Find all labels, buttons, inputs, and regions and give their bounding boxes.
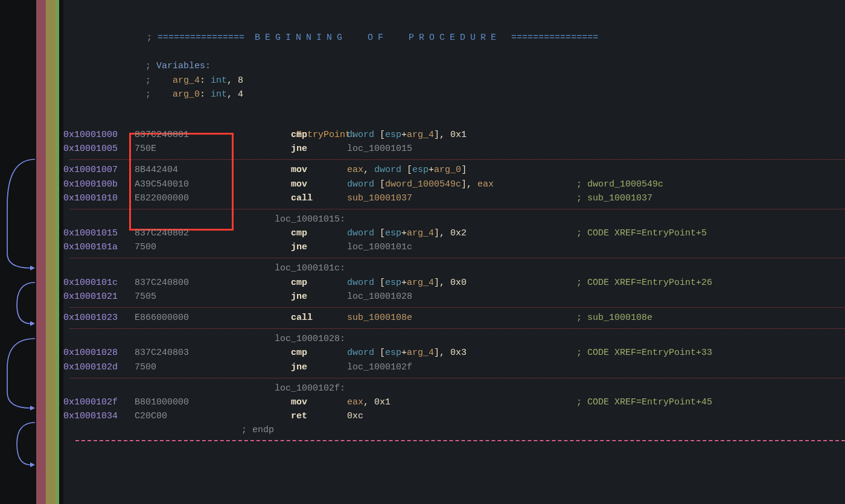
asm-line[interactable]: 0x1000101a7500 jneloc_1000101c bbox=[63, 240, 845, 254]
label[interactable]: loc_1000102f: bbox=[63, 381, 845, 395]
label[interactable]: loc_1000101c: bbox=[63, 261, 845, 275]
svg-marker-3 bbox=[30, 462, 35, 467]
procedure-end-separator bbox=[75, 440, 845, 442]
label[interactable]: EntryPoint: bbox=[63, 114, 845, 128]
variable-decl: ; arg_0: int, 4 bbox=[63, 74, 845, 88]
asm-line[interactable]: 0x100010217505 jneloc_10001028 bbox=[63, 290, 845, 304]
procedure-banner: ; ================ BEGINNING OF PROCEDUR… bbox=[63, 17, 845, 31]
asm-line[interactable]: 0x1000102fB801000000 moveax, 0x1; CODE X… bbox=[63, 395, 845, 409]
asm-line[interactable]: 0x1000102d7500 jneloc_1000102f bbox=[63, 360, 845, 374]
asm-line[interactable]: 0x1000100bA39C540010 movdword [dword_100… bbox=[63, 177, 845, 191]
gutter-band bbox=[36, 0, 46, 504]
asm-line[interactable]: 0x10001000837C240801 cmpdword [esp+arg_4… bbox=[63, 128, 845, 142]
gutter-band bbox=[46, 0, 56, 504]
jump-arrows bbox=[0, 0, 36, 504]
gutter-band bbox=[59, 0, 63, 504]
asm-line[interactable]: 0x10001005750E jneloc_10001015 bbox=[63, 142, 845, 156]
svg-marker-0 bbox=[30, 266, 35, 270]
asm-line[interactable]: 0x10001015837C240802 cmpdword [esp+arg_4… bbox=[63, 226, 845, 240]
asm-line[interactable]: 0x10001034C20C00 ret0xc bbox=[63, 409, 845, 423]
jump-arrow-gutter bbox=[0, 0, 36, 504]
svg-marker-1 bbox=[30, 321, 35, 326]
disassembly-view[interactable]: ; ================ BEGINNING OF PROCEDUR… bbox=[63, 0, 845, 504]
gutter bbox=[0, 0, 63, 504]
asm-line[interactable]: 0x1000101c837C240800 cmpdword [esp+arg_4… bbox=[63, 276, 845, 290]
asm-line[interactable]: 0x100010078B442404 moveax, dword [esp+ar… bbox=[63, 163, 845, 177]
label[interactable]: loc_10001028: bbox=[63, 332, 845, 346]
asm-line[interactable]: 0x10001010E822000000 callsub_10001037; s… bbox=[63, 191, 845, 205]
asm-line[interactable]: 0x10001023E866000000 callsub_1000108e; s… bbox=[63, 311, 845, 325]
svg-marker-2 bbox=[30, 406, 35, 410]
label[interactable]: loc_10001015: bbox=[63, 212, 845, 226]
asm-line[interactable]: 0x10001028837C240803 cmpdword [esp+arg_4… bbox=[63, 346, 845, 360]
variables-header: ; Variables: bbox=[63, 45, 845, 59]
endp: ; endp bbox=[63, 423, 845, 437]
variable-decl: ; arg_4: int, 8 bbox=[63, 59, 845, 73]
